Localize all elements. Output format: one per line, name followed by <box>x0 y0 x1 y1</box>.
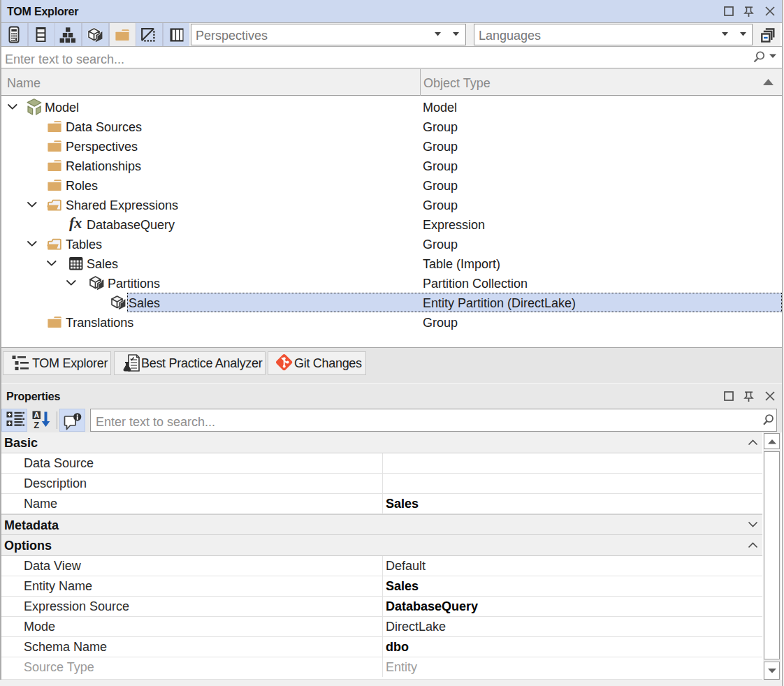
svg-text:Z: Z <box>34 420 39 430</box>
svg-text:A: A <box>34 411 39 419</box>
